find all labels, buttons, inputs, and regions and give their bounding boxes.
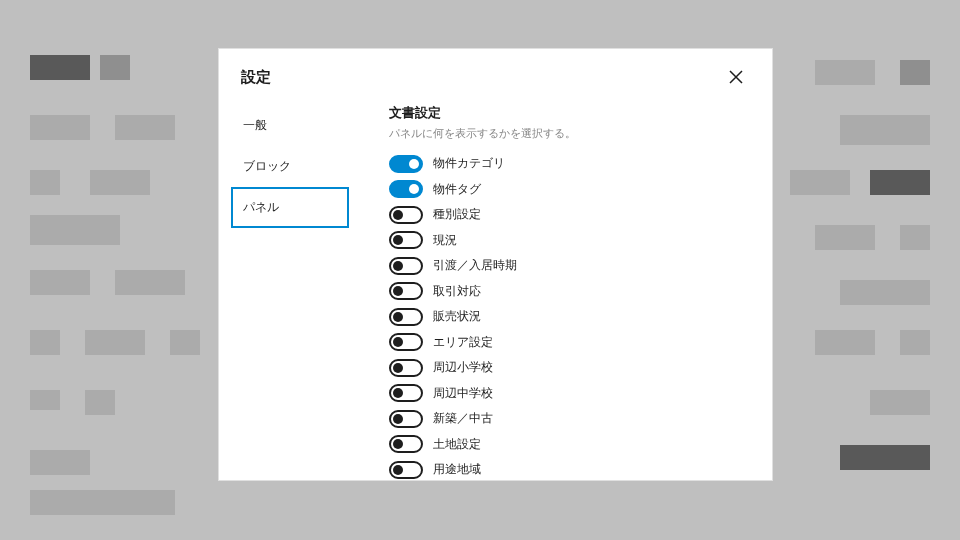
- toggle-switch[interactable]: [389, 359, 423, 377]
- toggle-row-7: エリア設定: [389, 330, 754, 356]
- toggle-row-10: 新築／中古: [389, 406, 754, 432]
- toggle-switch[interactable]: [389, 206, 423, 224]
- section-description: パネルに何を表示するかを選択する。: [389, 126, 754, 141]
- toggle-label: 物件カテゴリ: [433, 156, 505, 171]
- modal-title: 設定: [241, 68, 271, 87]
- toggle-label: 引渡／入居時期: [433, 258, 517, 273]
- toggle-switch[interactable]: [389, 308, 423, 326]
- toggle-label: 周辺小学校: [433, 360, 493, 375]
- toggle-row-6: 販売状況: [389, 304, 754, 330]
- modal-body: 一般ブロックパネル 文書設定 パネルに何を表示するかを選択する。 物件カテゴリ物…: [219, 105, 772, 480]
- toggle-row-12: 用途地域: [389, 457, 754, 480]
- toggle-row-11: 土地設定: [389, 432, 754, 458]
- toggle-row-9: 周辺中学校: [389, 381, 754, 407]
- toggle-switch[interactable]: [389, 257, 423, 275]
- toggle-switch[interactable]: [389, 435, 423, 453]
- tab-0[interactable]: 一般: [231, 105, 349, 146]
- toggle-row-4: 引渡／入居時期: [389, 253, 754, 279]
- toggle-switch[interactable]: [389, 155, 423, 173]
- toggle-row-5: 取引対応: [389, 279, 754, 305]
- toggle-label: エリア設定: [433, 335, 493, 350]
- toggle-label: 種別設定: [433, 207, 481, 222]
- toggle-row-3: 現況: [389, 228, 754, 254]
- close-button[interactable]: [722, 63, 750, 91]
- toggle-label: 現況: [433, 233, 457, 248]
- tab-2[interactable]: パネル: [231, 187, 349, 228]
- toggle-switch[interactable]: [389, 333, 423, 351]
- toggle-label: 物件タグ: [433, 182, 481, 197]
- toggle-label: 取引対応: [433, 284, 481, 299]
- toggle-switch[interactable]: [389, 384, 423, 402]
- settings-modal: 設定 一般ブロックパネル 文書設定 パネルに何を表示するかを選択する。 物件カテ…: [218, 48, 773, 481]
- toggle-row-1: 物件タグ: [389, 177, 754, 203]
- modal-header: 設定: [219, 49, 772, 105]
- toggle-label: 周辺中学校: [433, 386, 493, 401]
- toggle-switch[interactable]: [389, 231, 423, 249]
- toggle-label: 販売状況: [433, 309, 481, 324]
- tab-1[interactable]: ブロック: [231, 146, 349, 187]
- toggle-switch[interactable]: [389, 410, 423, 428]
- settings-tabs: 一般ブロックパネル: [219, 105, 349, 480]
- toggle-label: 用途地域: [433, 462, 481, 477]
- toggle-switch[interactable]: [389, 282, 423, 300]
- toggle-label: 新築／中古: [433, 411, 493, 426]
- close-icon: [728, 69, 744, 85]
- section-title: 文書設定: [389, 105, 754, 122]
- toggle-switch[interactable]: [389, 461, 423, 479]
- toggle-row-2: 種別設定: [389, 202, 754, 228]
- toggle-row-8: 周辺小学校: [389, 355, 754, 381]
- toggle-switch[interactable]: [389, 180, 423, 198]
- toggle-row-0: 物件カテゴリ: [389, 151, 754, 177]
- toggle-label: 土地設定: [433, 437, 481, 452]
- panel-content[interactable]: 文書設定 パネルに何を表示するかを選択する。 物件カテゴリ物件タグ種別設定現況引…: [349, 105, 772, 480]
- toggle-list: 物件カテゴリ物件タグ種別設定現況引渡／入居時期取引対応販売状況エリア設定周辺小学…: [389, 151, 754, 480]
